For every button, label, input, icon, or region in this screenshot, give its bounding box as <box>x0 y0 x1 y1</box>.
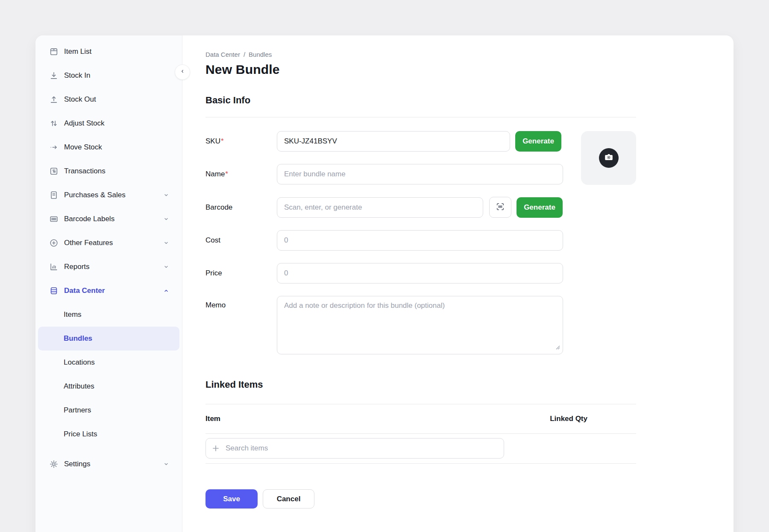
price-input[interactable] <box>277 263 563 284</box>
name-label: Name* <box>205 170 277 178</box>
chevron-left-icon <box>179 68 186 76</box>
breadcrumb-separator: / <box>244 51 245 58</box>
divider <box>205 463 636 464</box>
page-title: New Bundle <box>205 62 734 77</box>
sidebar-item-label: Transactions <box>64 167 106 175</box>
chevron-down-icon <box>162 215 170 223</box>
app-card: Item List Stock In Stock Out Adjust Stoc… <box>35 35 734 532</box>
cost-label: Cost <box>205 236 277 245</box>
sidebar-subitem-items[interactable]: Items <box>38 303 179 327</box>
memo-box <box>277 296 563 356</box>
sidebar-item-label: Barcode Labels <box>64 215 114 223</box>
name-row: Name* <box>205 164 636 184</box>
sidebar-item-move-stock[interactable]: Move Stock <box>35 135 182 159</box>
bundle-image-placeholder[interactable] <box>581 131 636 185</box>
memo-label: Memo <box>205 296 277 310</box>
bar-chart-icon <box>49 262 59 272</box>
required-asterisk: * <box>221 137 224 145</box>
sidebar-subitem-partners[interactable]: Partners <box>38 398 179 422</box>
breadcrumb-current[interactable]: Bundles <box>249 51 272 58</box>
save-button[interactable]: Save <box>205 489 258 509</box>
sidebar-item-other-features[interactable]: Other Features <box>35 231 182 255</box>
barcode-generate-button[interactable]: Generate <box>517 197 563 218</box>
search-items-wrap <box>205 438 504 459</box>
sidebar-item-label: Stock Out <box>64 95 96 104</box>
required-asterisk: * <box>225 170 228 178</box>
sidebar-item-label: Item List <box>64 47 91 56</box>
price-label: Price <box>205 269 277 278</box>
plus-circle-icon <box>49 238 59 248</box>
upload-photo-button[interactable] <box>599 148 619 168</box>
linked-items-heading: Linked Items <box>205 379 734 390</box>
sidebar-subitem-locations[interactable]: Locations <box>38 351 179 374</box>
sidebar-item-data-center[interactable]: Data Center <box>35 279 182 303</box>
memo-row: Memo <box>205 296 636 356</box>
linked-qty-column-header: Linked Qty <box>550 415 587 423</box>
sidebar-item-label: Other Features <box>64 239 113 247</box>
sidebar-item-adjust-stock[interactable]: Adjust Stock <box>35 111 182 135</box>
search-items-input[interactable] <box>205 438 504 459</box>
purchases-sales-icon <box>49 190 59 200</box>
cancel-button[interactable]: Cancel <box>263 489 314 509</box>
barcode-input[interactable] <box>277 197 483 218</box>
sidebar-item-label: Move Stock <box>64 143 102 152</box>
barcode-row: Barcode Generate <box>205 197 636 218</box>
stock-in-icon <box>49 71 59 80</box>
box-icon <box>49 47 59 56</box>
linked-items-header-row: Item Linked Qty <box>205 404 636 433</box>
sidebar-item-reports[interactable]: Reports <box>35 255 182 279</box>
basic-info-form: SKU* Generate Name* Barcode <box>205 131 636 356</box>
sidebar-item-transactions[interactable]: Transactions <box>35 159 182 183</box>
cost-row: Cost <box>205 230 636 251</box>
price-row: Price <box>205 263 636 284</box>
sidebar-item-stock-out[interactable]: Stock Out <box>35 88 182 111</box>
breadcrumb-parent[interactable]: Data Center <box>205 51 240 58</box>
chevron-up-icon <box>162 287 170 295</box>
search-items-row <box>205 434 734 463</box>
sku-generate-button[interactable]: Generate <box>515 131 561 152</box>
chevron-down-icon <box>162 239 170 247</box>
barcode-scan-button[interactable] <box>489 197 511 218</box>
barcode-scan-icon <box>496 202 505 213</box>
sidebar-subitem-price-lists[interactable]: Price Lists <box>38 422 179 446</box>
chevron-down-icon <box>162 191 170 199</box>
sku-input[interactable] <box>277 131 510 152</box>
spacer <box>35 446 182 452</box>
database-icon <box>49 286 59 295</box>
sidebar-item-label: Purchases & Sales <box>64 191 126 199</box>
item-column-header: Item <box>205 415 220 423</box>
basic-info-heading: Basic Info <box>205 95 734 106</box>
transactions-icon <box>49 167 59 176</box>
barcode-icon <box>49 214 59 224</box>
barcode-label: Barcode <box>205 203 277 212</box>
chevron-down-icon <box>162 263 170 271</box>
sidebar-collapse-button[interactable] <box>175 64 190 80</box>
sidebar-subitem-attributes[interactable]: Attributes <box>38 374 179 398</box>
sidebar-item-item-list[interactable]: Item List <box>35 40 182 64</box>
breadcrumb: Data Center / Bundles <box>205 51 734 58</box>
sidebar-item-label: Reports <box>64 263 90 271</box>
adjust-stock-icon <box>49 119 59 128</box>
sku-row: SKU* Generate <box>205 131 636 152</box>
sidebar-item-barcode-labels[interactable]: Barcode Labels <box>35 207 182 231</box>
sku-label: SKU* <box>205 137 277 146</box>
memo-textarea[interactable] <box>277 296 563 354</box>
stock-out-icon <box>49 95 59 104</box>
sidebar-item-settings[interactable]: Settings <box>35 452 182 476</box>
gear-icon <box>49 459 59 469</box>
move-stock-icon <box>49 143 59 152</box>
sidebar-item-purchases-sales[interactable]: Purchases & Sales <box>35 183 182 207</box>
sidebar-subitem-bundles[interactable]: Bundles <box>38 327 179 351</box>
sidebar-item-label: Adjust Stock <box>64 119 105 128</box>
sidebar-item-label: Stock In <box>64 71 90 80</box>
sidebar-item-label: Data Center <box>64 286 105 295</box>
divider <box>205 117 636 117</box>
chevron-down-icon <box>162 460 170 468</box>
cost-input[interactable] <box>277 230 563 251</box>
name-input[interactable] <box>277 164 563 184</box>
camera-icon <box>604 152 614 164</box>
main-content: Data Center / Bundles New Bundle Basic I… <box>182 35 734 532</box>
form-actions: Save Cancel <box>205 489 734 509</box>
sidebar-item-label: Settings <box>64 460 90 468</box>
sidebar-item-stock-in[interactable]: Stock In <box>35 64 182 88</box>
